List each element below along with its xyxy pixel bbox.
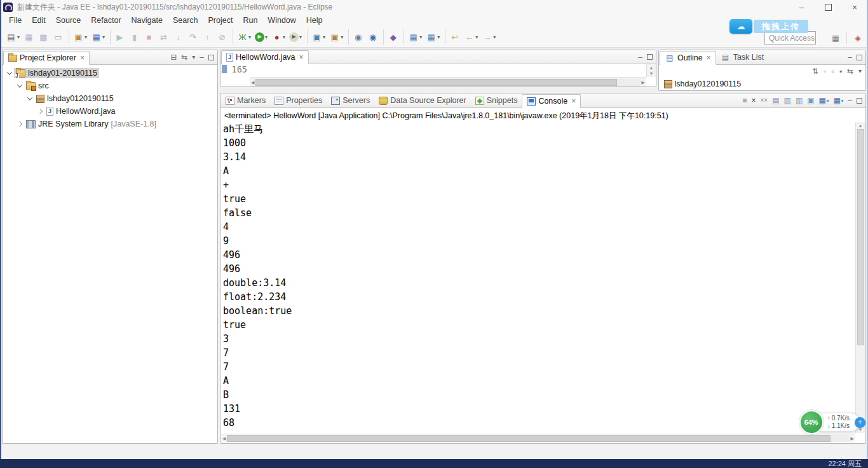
view-menu-button[interactable]: ▾: [858, 68, 862, 74]
toolbar-annotations-prev-button[interactable]: ▦ ▾: [403, 29, 423, 45]
toolbar-external-tools-button[interactable]: ▶ ▾: [288, 29, 303, 45]
view-tab-project-explorer[interactable]: Project Explorer ×: [3, 51, 90, 65]
tree-item-lshday0120190115[interactable]: lshday0120190115: [3, 92, 217, 105]
menu-project[interactable]: Project: [203, 15, 238, 26]
toolbar-back-button[interactable]: ← ▾: [463, 29, 479, 45]
menu-search[interactable]: Search: [168, 15, 203, 26]
terminate-button[interactable]: ■: [742, 97, 747, 104]
scroll-right-arrow[interactable]: ▶: [851, 436, 854, 441]
toolbar-search-button[interactable]: ◉: [348, 29, 365, 45]
dropdown-arrow-icon[interactable]: ▾: [419, 34, 422, 40]
tab-close-icon[interactable]: ×: [707, 53, 711, 62]
tab-close-icon[interactable]: ×: [80, 53, 85, 62]
maximize-editor-button[interactable]: [647, 54, 653, 60]
menu-refactor[interactable]: Refactor: [86, 15, 126, 26]
scroll-right-arrow[interactable]: ▶: [642, 80, 645, 85]
dropdown-arrow-icon[interactable]: ▾: [475, 34, 478, 40]
toolbar-save-all-button[interactable]: ▩: [37, 29, 50, 45]
tree-item-core[interactable]: JRE System Library [JavaSE-1.8]: [24, 119, 158, 129]
menu-run[interactable]: Run: [238, 15, 262, 26]
minimize-view-button[interactable]: –: [200, 53, 204, 61]
view-tab-data-source-explorer[interactable]: Data Source Explorer: [374, 93, 471, 107]
menu-source[interactable]: Source: [51, 15, 86, 26]
editor-horizontal-scrollbar[interactable]: ◀ ▶: [250, 77, 646, 86]
toolbar-skip-breakpoints-button[interactable]: ⊘: [215, 29, 229, 45]
tree-item-src[interactable]: src: [3, 79, 217, 92]
scroll-thumb[interactable]: [857, 129, 864, 345]
dropdown-arrow-icon[interactable]: ▾: [85, 34, 87, 40]
toolbar-annotations-next-button[interactable]: ▦ ▾: [424, 29, 441, 45]
menu-file[interactable]: File: [4, 15, 27, 26]
dropdown-arrow-icon[interactable]: ▾: [827, 99, 829, 103]
dropdown-arrow-icon[interactable]: ▾: [265, 34, 268, 40]
remove-all-launches-button[interactable]: ××: [761, 97, 768, 104]
collapse-all-button[interactable]: ⊟: [170, 53, 177, 61]
scroll-left-arrow[interactable]: ◀: [222, 436, 226, 441]
network-monitor-overlay[interactable]: 64% ↑0.7K/s ↓1.1K/s +: [799, 410, 865, 434]
tree-chevron-icon[interactable]: [4, 69, 14, 78]
outline-item-package[interactable]: lshday0120190115: [664, 78, 865, 89]
menu-window[interactable]: Window: [262, 15, 301, 26]
hide-static-members-button[interactable]: ▫: [831, 67, 834, 75]
toolbar-run-button[interactable]: ▶ ▾: [254, 29, 269, 45]
dropdown-arrow-icon[interactable]: ▾: [283, 34, 285, 40]
tab-close-icon[interactable]: ×: [571, 97, 576, 106]
remove-launch-button[interactable]: ×: [752, 97, 756, 104]
maximize-view-button[interactable]: [208, 55, 214, 60]
sort-button[interactable]: ⇅: [812, 67, 818, 75]
editor-vertical-scrollbar[interactable]: ▲ ▼: [646, 64, 656, 77]
console-vertical-scrollbar[interactable]: ▲ ▼: [855, 122, 865, 433]
tree-item-core[interactable]: lshday01-20190115: [14, 68, 99, 78]
tree-chevron-icon[interactable]: [25, 94, 34, 104]
dropdown-arrow-icon[interactable]: ▾: [299, 34, 302, 40]
display-selected-console-button[interactable]: ▦▾: [819, 97, 829, 104]
dropdown-arrow-icon[interactable]: ▾: [248, 34, 251, 40]
scroll-up-arrow[interactable]: ▲: [649, 65, 654, 70]
monitor-expand-button[interactable]: +: [855, 417, 865, 428]
tree-chevron-icon[interactable]: [15, 81, 24, 91]
view-tab-outline[interactable]: ▤ Outline ×: [660, 51, 716, 65]
toolbar-coverage-button[interactable]: ● ▾: [270, 29, 287, 45]
tree-chevron-icon[interactable]: [15, 120, 24, 129]
upload-tool-overlay[interactable]: ☁ 拖拽上传: [729, 19, 808, 34]
menu-edit[interactable]: Edit: [27, 15, 51, 26]
view-tab-properties[interactable]: Properties: [270, 93, 327, 107]
maximize-view-button[interactable]: [857, 98, 862, 104]
tree-chevron-icon[interactable]: [35, 107, 44, 116]
dropdown-arrow-icon[interactable]: ▾: [437, 34, 440, 40]
toolbar-suspend-button[interactable]: ▮: [128, 29, 141, 45]
tree-item-core[interactable]: src: [24, 81, 51, 91]
scroll-track[interactable]: [255, 79, 640, 86]
dropdown-arrow-icon[interactable]: ▾: [102, 34, 105, 40]
drag-upload-button[interactable]: 拖拽上传: [754, 20, 808, 33]
minimize-view-button[interactable]: –: [848, 53, 852, 61]
dropdown-arrow-icon[interactable]: ▾: [341, 34, 343, 40]
toolbar-step-return-button[interactable]: ↑: [201, 29, 214, 45]
scroll-thumb[interactable]: [227, 435, 831, 442]
minimize-editor-button[interactable]: –: [638, 53, 642, 61]
toolbar-terminate-button[interactable]: ■: [142, 29, 156, 45]
java-ee-perspective-icon[interactable]: ◈: [853, 33, 863, 43]
toolbar-open-type-button[interactable]: ◆: [383, 29, 400, 45]
maximize-button[interactable]: [815, 0, 841, 14]
console-horizontal-scrollbar[interactable]: ◀ ▶: [221, 434, 855, 443]
tree-item-hellowword-java[interactable]: HellowWord.java: [3, 105, 217, 118]
menu-help[interactable]: Help: [301, 15, 328, 26]
editor-tab-hellowword[interactable]: HellowWord.java ×: [221, 50, 309, 64]
scroll-thumb[interactable]: [255, 79, 617, 86]
toolbar-new-java-ee-wizard-button[interactable]: ▣ ▾: [69, 29, 88, 45]
maximize-view-button[interactable]: [857, 55, 862, 60]
toolbar-step-into-button[interactable]: ↓: [172, 29, 185, 45]
toolbar-resume-button[interactable]: ▶: [110, 29, 126, 45]
menu-navigate[interactable]: Navigate: [126, 15, 168, 26]
view-tab-servers[interactable]: Servers: [327, 93, 374, 107]
hide-fields-button[interactable]: ◦: [824, 67, 826, 75]
view-tab-markers[interactable]: Markers: [221, 93, 270, 107]
tree-item-core[interactable]: HellowWord.java: [44, 106, 118, 116]
scroll-up-arrow[interactable]: ▲: [858, 123, 863, 128]
view-menu-button[interactable]: ▾: [192, 54, 195, 60]
toolbar-new-button[interactable]: ▤ ▾: [4, 29, 21, 45]
pin-console-button[interactable]: ▣: [807, 97, 814, 104]
link-with-editor-button[interactable]: ⇆: [181, 53, 187, 61]
word-wrap-button[interactable]: ▥: [796, 97, 803, 104]
